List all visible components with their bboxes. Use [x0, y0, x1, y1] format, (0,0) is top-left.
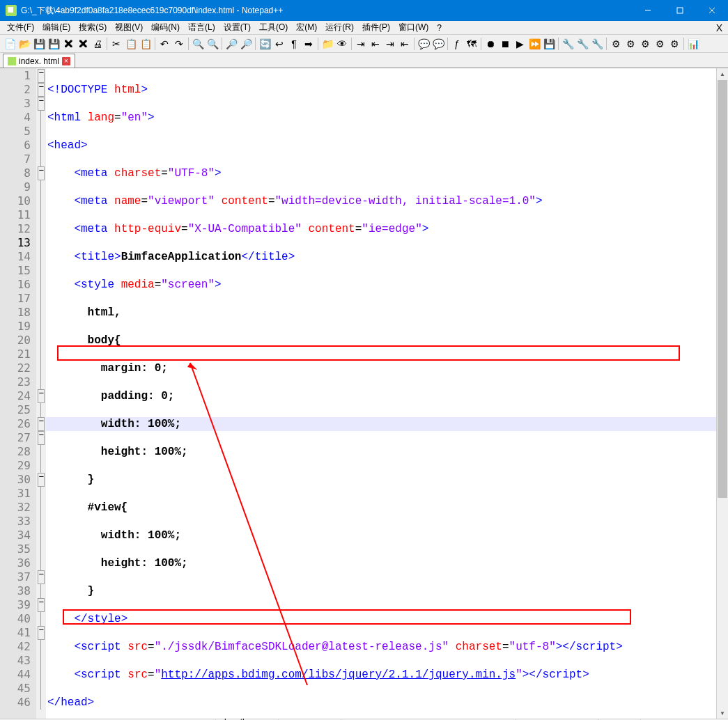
- close-button[interactable]: [696, 0, 728, 21]
- annotation-box-1: [57, 345, 680, 361]
- plugin9-icon[interactable]: 📊: [686, 37, 700, 51]
- closeall-icon[interactable]: 🗙: [76, 37, 90, 51]
- svg-rect-1: [677, 8, 683, 13]
- svg-line-4: [190, 363, 307, 685]
- minimize-button[interactable]: [632, 0, 664, 21]
- annotation-arrow: [182, 354, 311, 689]
- scroll-thumb[interactable]: [718, 80, 727, 498]
- maximize-button[interactable]: [664, 0, 696, 21]
- play-icon[interactable]: ▶: [513, 37, 527, 51]
- tab-label: index. html: [19, 56, 59, 66]
- toolbar-sep: [351, 38, 352, 50]
- copy-icon[interactable]: 📋: [124, 37, 138, 51]
- uncomment-icon[interactable]: 💬: [431, 37, 445, 51]
- allchars-icon[interactable]: ¶: [287, 37, 301, 51]
- undo-icon[interactable]: ↶: [157, 37, 171, 51]
- tabbar: index. html ×: [0, 53, 728, 68]
- indentr-icon[interactable]: ⇥: [383, 37, 397, 51]
- file-icon: [8, 57, 16, 65]
- plugin3-icon[interactable]: 🔧: [590, 37, 604, 51]
- menu-edit[interactable]: 编辑(E): [38, 20, 75, 35]
- menu-plugins[interactable]: 插件(P): [358, 20, 394, 35]
- rec-icon[interactable]: ⏺: [483, 37, 497, 51]
- redo-icon[interactable]: ↷: [172, 37, 186, 51]
- plugin2-icon[interactable]: 🔧: [575, 37, 589, 51]
- toolbar-sep: [447, 38, 448, 50]
- replace-icon[interactable]: 🔍: [206, 37, 219, 51]
- toolbar-sep: [606, 38, 607, 50]
- close-icon[interactable]: 🗙: [61, 37, 75, 51]
- stop-icon[interactable]: ⏹: [498, 37, 512, 51]
- toolbar-sep: [414, 38, 415, 50]
- plugin6-icon[interactable]: ⚙: [638, 37, 652, 51]
- toolbar: 📄 📂 💾 💾 🗙 🗙 🖨 ✂ 📋 📋 ↶ ↷ 🔍 🔍 🔎 🔎 🔄 ↩ ¶ ➡ …: [0, 35, 728, 53]
- editor: 1234567891011121314151617181920212223242…: [0, 68, 728, 719]
- plugin8-icon[interactable]: ⚙: [667, 37, 681, 51]
- titlebar: G:\_下载\4ab9f2df0a8fa218e8ecec619c7090df\…: [0, 0, 728, 21]
- toolbar-sep: [188, 38, 189, 50]
- code-area[interactable]: <!DOCTYPE html> <html lang="en"> <head> …: [46, 68, 728, 719]
- menu-encoding[interactable]: 编码(N): [147, 20, 184, 35]
- scroll-down-icon[interactable]: ▼: [717, 707, 728, 719]
- menu-tools[interactable]: 工具(O): [255, 20, 292, 35]
- outdent-icon[interactable]: ⇤: [369, 37, 382, 51]
- outdentr-icon[interactable]: ⇤: [398, 37, 412, 51]
- toolbar-sep: [558, 38, 559, 50]
- func-icon[interactable]: ƒ: [450, 37, 464, 51]
- menubar: 文件(F) 编辑(E) 搜索(S) 视图(V) 编码(N) 语言(L) 设置(T…: [0, 21, 728, 35]
- toolbar-sep: [107, 38, 107, 50]
- savem-icon[interactable]: 💾: [542, 37, 556, 51]
- fold-margin[interactable]: −−−−−−−−−−−: [36, 68, 46, 719]
- toolbar-sep: [481, 38, 481, 50]
- indent-icon[interactable]: ➡: [302, 37, 316, 51]
- wrap-icon[interactable]: ↩: [272, 37, 286, 51]
- toolbar-sep: [255, 38, 256, 50]
- zoomin-icon[interactable]: 🔎: [224, 37, 238, 51]
- sync-icon[interactable]: 🔄: [258, 37, 272, 51]
- comment-icon[interactable]: 💬: [417, 37, 431, 51]
- find-icon[interactable]: 🔍: [191, 37, 205, 51]
- monitor-icon[interactable]: 👁: [335, 37, 349, 51]
- toolbar-sep: [318, 38, 318, 50]
- plugin7-icon[interactable]: ⚙: [653, 37, 667, 51]
- plugin1-icon[interactable]: 🔧: [561, 37, 575, 51]
- menu-file[interactable]: 文件(F): [3, 20, 38, 35]
- save-icon[interactable]: 💾: [32, 37, 46, 51]
- menu-window[interactable]: 窗口(W): [394, 20, 433, 35]
- file-tab[interactable]: index. html ×: [3, 54, 75, 68]
- scroll-up-icon[interactable]: ▲: [717, 68, 728, 79]
- indentguide-icon[interactable]: ⇥: [354, 37, 368, 51]
- open-icon[interactable]: 📂: [17, 37, 31, 51]
- menu-close-icon[interactable]: X: [716, 22, 722, 33]
- menu-run[interactable]: 运行(R): [321, 20, 358, 35]
- map-icon[interactable]: 🗺: [465, 37, 479, 51]
- print-icon[interactable]: 🖨: [91, 37, 104, 51]
- folder-icon[interactable]: 📁: [320, 37, 334, 51]
- playm-icon[interactable]: ⏩: [527, 37, 541, 51]
- toolbar-sep: [683, 38, 684, 50]
- app-icon: [6, 5, 17, 16]
- menu-help[interactable]: ?: [433, 22, 446, 34]
- menu-view[interactable]: 视图(V): [111, 20, 147, 35]
- menu-search[interactable]: 搜索(S): [75, 20, 111, 35]
- toolbar-sep: [155, 38, 155, 50]
- tab-close-icon[interactable]: ×: [62, 57, 70, 65]
- paste-icon[interactable]: 📋: [139, 37, 153, 51]
- line-numbers: 1234567891011121314151617181920212223242…: [0, 68, 36, 719]
- window-controls: [632, 0, 728, 21]
- plugin4-icon[interactable]: ⚙: [609, 37, 623, 51]
- saveall-icon[interactable]: 💾: [47, 37, 61, 51]
- vertical-scrollbar[interactable]: ▲ ▼: [716, 68, 728, 719]
- menu-language[interactable]: 语言(L): [184, 20, 219, 35]
- toolbar-sep: [222, 38, 222, 50]
- window-title: G:\_下载\4ab9f2df0a8fa218e8ecec619c7090df\…: [21, 5, 632, 17]
- zoomout-icon[interactable]: 🔎: [239, 37, 253, 51]
- cut-icon[interactable]: ✂: [109, 37, 123, 51]
- menu-macro[interactable]: 宏(M): [292, 20, 321, 35]
- menu-settings[interactable]: 设置(T): [219, 20, 255, 35]
- plugin5-icon[interactable]: ⚙: [624, 37, 637, 51]
- new-icon[interactable]: 📄: [3, 37, 17, 51]
